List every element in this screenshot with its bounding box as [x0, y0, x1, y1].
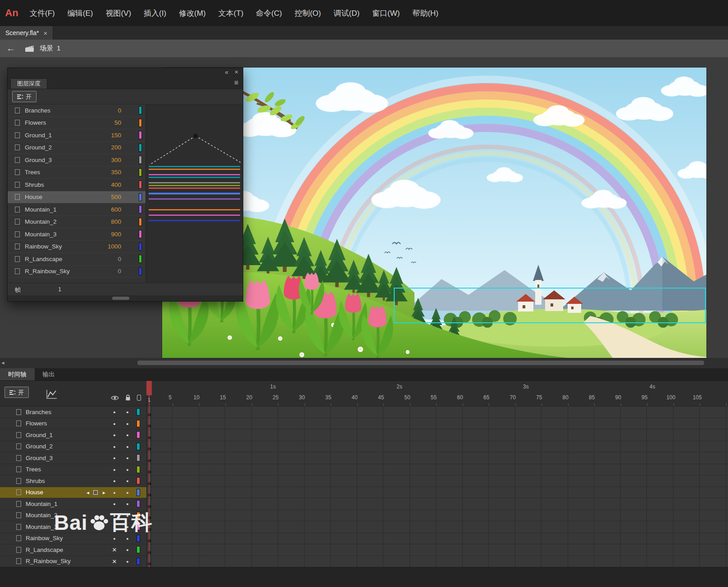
depth-camera-dot[interactable]: [193, 134, 198, 138]
close-panel-icon[interactable]: ×: [235, 68, 238, 76]
visibility-toggle[interactable]: •: [111, 454, 118, 462]
depth-layer-row[interactable]: Ground_1150: [8, 129, 146, 142]
timeline-layer-name-cell[interactable]: R_Landscape✕•: [0, 544, 146, 556]
layer-color-swatch[interactable]: [136, 546, 140, 553]
layer-depth-value[interactable]: 0: [93, 256, 121, 262]
timeline-frames-row[interactable]: [146, 418, 728, 430]
timeline-layer-name-cell[interactable]: Ground_1••: [0, 429, 146, 441]
layer-color-swatch[interactable]: [136, 443, 140, 450]
lock-toggle[interactable]: •: [124, 488, 131, 496]
playhead-head[interactable]: [146, 381, 152, 395]
collapse-panel-icon[interactable]: «: [225, 68, 228, 76]
timeline-frames-row[interactable]: [146, 487, 728, 499]
layer-depth-value[interactable]: 1000: [93, 243, 121, 250]
layer-depth-tab[interactable]: 图层深度: [10, 78, 47, 89]
timeline-layer-name-cell[interactable]: Mountain_1••: [0, 498, 146, 510]
layer-color-swatch[interactable]: [139, 230, 142, 238]
timeline-layer-name-cell[interactable]: Ground_3••: [0, 452, 146, 464]
timeline-layer-name-cell[interactable]: Flowers••: [0, 418, 146, 430]
depth-panel-scroll-thumb[interactable]: [112, 297, 129, 300]
lock-toggle[interactable]: •: [124, 465, 131, 473]
menu-item-4[interactable]: 修改(M): [173, 0, 212, 26]
layer-depth-value[interactable]: 300: [93, 157, 121, 163]
prev-keyframe-icon[interactable]: ◄: [86, 490, 90, 495]
layer-depth-value[interactable]: 150: [93, 132, 121, 139]
stage-scroll-thumb[interactable]: [137, 361, 704, 365]
layer-color-swatch[interactable]: [136, 408, 140, 415]
depth-layer-row[interactable]: R_Landscape0: [8, 253, 146, 266]
visibility-toggle[interactable]: •: [111, 443, 118, 450]
depth-layer-row[interactable]: House500: [8, 191, 146, 204]
layer-depth-value[interactable]: 800: [93, 218, 121, 225]
timeline-layer-name-cell[interactable]: Ground_2••: [0, 441, 146, 453]
timeline-layer-name-cell[interactable]: R_Rainbow_Sky✕•: [0, 556, 146, 568]
layer-color-swatch[interactable]: [136, 431, 140, 438]
timeline-frames-row[interactable]: [146, 510, 728, 522]
document-tab[interactable]: Scenery.fla* ×: [0, 26, 53, 40]
visibility-toggle[interactable]: ✕: [111, 546, 118, 553]
timeline-frames-row[interactable]: [146, 498, 728, 510]
menu-item-8[interactable]: 调试(D): [327, 0, 366, 26]
eye-icon[interactable]: [111, 395, 119, 401]
panel-drag-bar[interactable]: « ×: [8, 68, 243, 77]
timeline-frames-row[interactable]: [146, 406, 728, 418]
layer-depth-value[interactable]: 600: [93, 206, 121, 213]
timeline-layer-name-cell[interactable]: Trees••: [0, 464, 146, 476]
timeline-frames-row[interactable]: [146, 556, 728, 568]
lock-toggle[interactable]: •: [124, 557, 131, 565]
layer-color-swatch[interactable]: [139, 267, 142, 275]
layer-depth-value[interactable]: 50: [93, 119, 121, 126]
next-keyframe-icon[interactable]: ►: [102, 490, 106, 495]
tab-timeline[interactable]: 时间轴: [0, 368, 35, 380]
layer-color-swatch[interactable]: [139, 156, 142, 164]
menu-item-6[interactable]: 命令(C): [250, 0, 288, 26]
timeline-toolbar-and-ruler[interactable]: 开 1s2s3s4s510152025303540455055606570758…: [0, 381, 728, 406]
playhead[interactable]: 1: [146, 381, 152, 567]
layer-color-swatch[interactable]: [136, 558, 140, 565]
timeline-frames-row[interactable]: [146, 533, 728, 545]
visibility-toggle[interactable]: ✕: [111, 558, 118, 564]
depth-layer-row[interactable]: Mountain_1600: [8, 203, 146, 216]
depth-layer-row[interactable]: Ground_2200: [8, 142, 146, 154]
lock-toggle[interactable]: •: [124, 454, 131, 462]
visibility-toggle[interactable]: •: [111, 500, 118, 508]
frame-value[interactable]: 1: [58, 286, 61, 293]
layer-depth-toggle-button[interactable]: 开: [12, 91, 36, 102]
timeline-layer-name-cell[interactable]: House◄►••: [0, 487, 146, 499]
timeline-frames-row[interactable]: [146, 475, 728, 487]
timeline-frames-row[interactable]: [146, 429, 728, 441]
depth-layer-row[interactable]: Branches0: [8, 104, 146, 117]
timeline-layer-name-cell[interactable]: Branches••: [0, 406, 146, 418]
lock-icon[interactable]: [125, 394, 131, 401]
back-arrow-icon[interactable]: ←: [6, 43, 15, 54]
lock-toggle[interactable]: •: [124, 500, 131, 508]
menu-item-10[interactable]: 帮助(H): [406, 0, 445, 26]
visibility-toggle[interactable]: •: [111, 420, 118, 427]
close-document-icon[interactable]: ×: [43, 29, 47, 37]
timeline-depth-toggle-button[interactable]: 开: [5, 387, 29, 398]
timeline-layer-name-cell[interactable]: Shrubs••: [0, 475, 146, 487]
layer-color-swatch[interactable]: [139, 218, 142, 226]
graph-editor-icon[interactable]: [46, 389, 58, 400]
visibility-toggle[interactable]: •: [111, 408, 118, 416]
menu-item-0[interactable]: 文件(F): [23, 0, 61, 26]
timeline-frames-row[interactable]: [146, 544, 728, 556]
menu-item-2[interactable]: 视图(V): [99, 0, 137, 26]
lock-toggle[interactable]: •: [124, 408, 131, 416]
layer-color-swatch[interactable]: [139, 106, 142, 114]
depth-layer-row[interactable]: Mountain_2800: [8, 216, 146, 229]
layer-depth-value[interactable]: 900: [93, 231, 121, 238]
layer-depth-value[interactable]: 0: [93, 268, 121, 275]
layer-color-swatch[interactable]: [139, 144, 142, 152]
layer-color-swatch[interactable]: [136, 466, 140, 473]
lock-toggle[interactable]: •: [124, 443, 131, 450]
depth-layer-row[interactable]: R_Rainbow_Sky0: [8, 266, 146, 278]
timeline-frames-row[interactable]: [146, 441, 728, 453]
layer-color-swatch[interactable]: [136, 454, 140, 461]
layer-depth-value[interactable]: 0: [93, 107, 121, 114]
layer-color-swatch[interactable]: [139, 243, 142, 251]
lock-toggle[interactable]: •: [124, 546, 131, 554]
depth-layer-row[interactable]: Flowers50: [8, 117, 146, 130]
layer-depth-value[interactable]: 350: [93, 169, 121, 176]
timeline-frames-row[interactable]: [146, 521, 728, 533]
